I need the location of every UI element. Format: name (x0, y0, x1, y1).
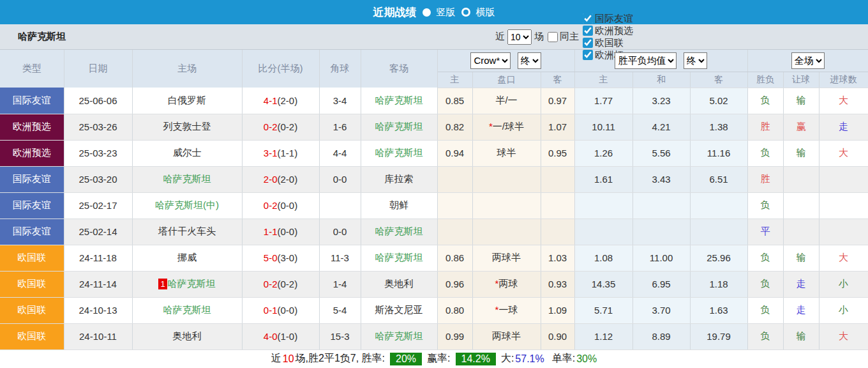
avg-draw: 3.70 (632, 297, 690, 323)
result-cell: 负 (747, 88, 783, 114)
avg-away (690, 192, 747, 218)
table-row: 欧国联24-11-141哈萨克斯坦0-2(0-2)1-4奥地利0.96*两球0.… (0, 271, 868, 297)
scope-group: 全场 (747, 50, 868, 72)
half-time-score: (2-0) (278, 174, 298, 185)
handicap-result-cell: 走 (783, 271, 819, 297)
avg-home: 1.12 (574, 323, 632, 349)
competition-filter[interactable]: 国际友谊 (579, 13, 633, 25)
match-type-badge: 国际友谊 (0, 218, 64, 245)
odds-home: 0.82 (437, 114, 472, 140)
table-row: 国际友谊25-02-14塔什干火车头1-1(0-0)0-0哈萨克斯坦平 (0, 218, 868, 245)
panel-title: 近期战绩 (373, 5, 417, 20)
odds-away: 1.03 (541, 245, 574, 271)
table-row: 国际友谊25-06-06白俄罗斯4-1(2-0)3-4哈萨克斯坦0.85半/一0… (0, 88, 868, 114)
vertical-layout-label[interactable]: 竖版 (437, 6, 456, 19)
avg-home: 5.71 (574, 297, 632, 323)
table-row: 欧洲预选25-03-26列支敦士登0-2(0-2)1-6哈萨克斯坦0.82*一/… (0, 114, 868, 140)
filter-bar: 哈萨克斯坦 近 10 场 同主 国际友谊欧洲预选欧国联欧洲杯 (0, 24, 868, 50)
half-time-score: (1-1) (278, 148, 298, 158)
horizontal-layout-label[interactable]: 横版 (476, 6, 495, 19)
handicap-result-cell (783, 218, 819, 245)
home-team: 哈萨克斯坦(中) (132, 192, 242, 218)
avg-away: 5.02 (690, 88, 747, 114)
handicap-result-cell (783, 166, 819, 192)
single-label: 单率: (552, 352, 575, 365)
avg-home: 1.26 (574, 140, 632, 166)
odds-company-select[interactable]: Crow* (470, 52, 511, 69)
away-team: 哈萨克斯坦 (361, 218, 437, 245)
competition-filter[interactable]: 欧洲预选 (579, 25, 633, 37)
recent-count-select[interactable]: 10 (507, 29, 532, 45)
match-date: 24-11-18 (64, 245, 132, 271)
home-team: 白俄罗斯 (132, 88, 242, 114)
table-row: 欧国联24-11-18挪威5-0(3-0)11-3哈萨克斯坦0.86两球半1.0… (0, 245, 868, 271)
win-odds-label: 赢率: (427, 352, 450, 365)
goals-result-cell: 小 (819, 271, 868, 297)
odds-away (541, 192, 574, 218)
full-time-score: 0-2 (264, 279, 278, 289)
away-team: 哈萨克斯坦 (361, 323, 437, 349)
same-home-filter[interactable]: 同主 (544, 31, 579, 43)
matches-label: 场 (534, 31, 544, 43)
handicap-cell: 两球半 (472, 323, 541, 349)
avg-home (574, 192, 632, 218)
recent-label: 近 (495, 31, 505, 43)
col-away: 客场 (361, 50, 437, 88)
result-cell: 负 (747, 271, 783, 297)
competition-filter[interactable]: 欧国联 (579, 37, 633, 49)
match-date: 25-06-06 (64, 88, 132, 114)
same-home-checkbox[interactable] (548, 32, 558, 42)
table-row: 国际友谊25-02-17哈萨克斯坦(中)0-2(0-0)朝鲜负 (0, 192, 868, 218)
score-cell: 3-1(1-1) (242, 140, 319, 166)
corners-cell: 11-3 (319, 245, 361, 271)
avg-home: 1.08 (574, 245, 632, 271)
odds-time-select[interactable]: 终 (518, 52, 541, 69)
avg-draw: 4.21 (632, 114, 690, 140)
half-time-score: (0-0) (278, 305, 298, 316)
home-team: 奥地利 (132, 323, 242, 349)
corners-cell: 5-4 (319, 297, 361, 323)
half-time-score: (0-2) (278, 279, 298, 289)
result-cell: 负 (747, 140, 783, 166)
score-cell: 0-2(0-2) (242, 114, 319, 140)
corners-cell: 15-3 (319, 323, 361, 349)
home-team: 列支敦士登 (132, 114, 242, 140)
half-time-score: (0-0) (278, 226, 298, 237)
sub-col-7: 让球 (783, 72, 819, 88)
match-date: 24-11-14 (64, 271, 132, 297)
avg-odds-select[interactable]: 胜平负均值 (615, 52, 677, 69)
match-date: 25-03-26 (64, 114, 132, 140)
competition-checkbox[interactable] (583, 26, 593, 36)
avg-away: 11.16 (690, 140, 747, 166)
competition-checkbox[interactable] (583, 13, 593, 24)
goals-result-cell: 小 (819, 297, 868, 323)
avg-draw: 6.95 (632, 271, 690, 297)
corners-cell (319, 192, 361, 218)
handicap-cell: *一球 (472, 297, 541, 323)
away-team: 朝鲜 (361, 192, 437, 218)
match-type-badge: 欧洲预选 (0, 114, 64, 140)
sub-col-6: 胜负 (747, 72, 783, 88)
competition-checkbox[interactable] (583, 50, 593, 60)
score-cell: 0-2(0-2) (242, 271, 319, 297)
match-date: 25-03-23 (64, 140, 132, 166)
handicap-result-cell: 输 (783, 245, 819, 271)
odds-home (437, 192, 472, 218)
score-cell: 0-2(0-0) (242, 192, 319, 218)
single-rate: 30% (576, 353, 597, 365)
corners-cell: 1-4 (319, 271, 361, 297)
avg-time-select[interactable]: 终 (684, 52, 707, 69)
odds-away: 1.09 (541, 297, 574, 323)
competition-checkbox[interactable] (583, 38, 593, 48)
result-cell: 胜 (747, 114, 783, 140)
sub-col-2: 客 (541, 72, 574, 88)
handicap-star: * (495, 304, 499, 315)
col-score: 比分(半场) (242, 50, 319, 88)
summary-record: 场,胜2平1负7, 胜率: (296, 352, 385, 365)
big-rate: 57.1% (515, 353, 544, 365)
vertical-layout-radio[interactable] (423, 8, 431, 17)
sub-col-4: 和 (632, 72, 690, 88)
horizontal-layout-radio[interactable] (461, 8, 470, 17)
handicap-result-cell: 走 (783, 297, 819, 323)
scope-select[interactable]: 全场 (791, 52, 825, 69)
